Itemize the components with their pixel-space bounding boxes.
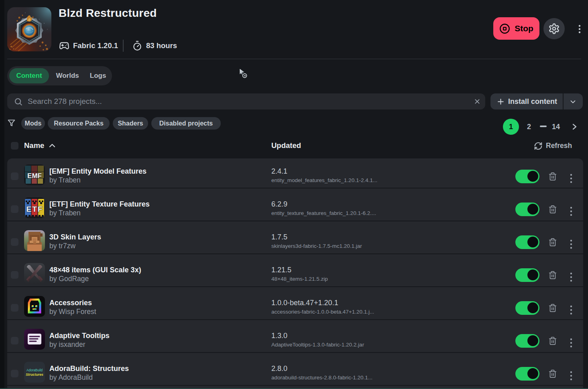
svg-text:AdoraBuild: AdoraBuild xyxy=(26,369,43,372)
svg-text:Structures: Structures xyxy=(26,373,43,377)
svg-text:ETF: ETF xyxy=(26,205,43,213)
svg-text:EMF: EMF xyxy=(27,172,42,180)
